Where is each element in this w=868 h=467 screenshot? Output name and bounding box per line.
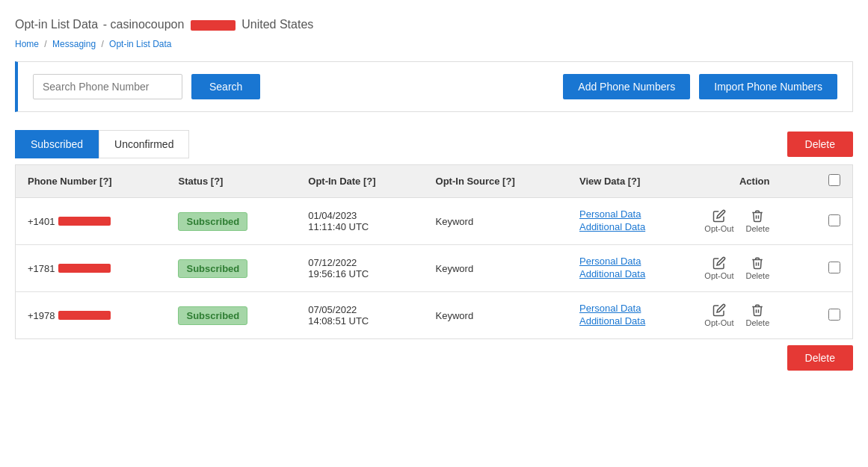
breadcrumb-messaging[interactable]: Messaging: [52, 39, 96, 49]
bottom-bar: Delete: [15, 339, 853, 374]
breadcrumb-current: Opt-in List Data: [109, 39, 171, 49]
page-title: Opt-in List Data - casinocoupon United S…: [15, 12, 313, 33]
phone-number-cell: +1781: [16, 245, 166, 292]
col-checkbox-header: [816, 165, 852, 198]
col-phone: Phone Number [?]: [16, 165, 166, 198]
view-data-cell: Personal Data Additional Data: [567, 198, 692, 245]
opt-out-button[interactable]: Opt-Out: [704, 303, 733, 327]
redacted-name: [191, 20, 236, 31]
tabs-container: Subscribed Unconfirmed: [15, 130, 189, 158]
add-phone-numbers-button[interactable]: Add Phone Numbers: [563, 74, 690, 99]
delete-icon: [751, 303, 764, 317]
delete-row-button[interactable]: Delete: [745, 209, 769, 233]
optin-date-cell: 01/04/2023 11:11:40 UTC: [296, 198, 423, 245]
view-data-cell: Personal Data Additional Data: [567, 292, 692, 339]
status-badge: Subscribed: [178, 259, 247, 278]
table-row: +1781 Subscribed 07/12/2022 19:56:16 UTC…: [16, 245, 852, 292]
delete-row-button[interactable]: Delete: [745, 303, 769, 327]
opt-out-icon: [712, 209, 726, 223]
phone-number-cell: +1401: [16, 198, 166, 245]
redacted-phone-2: [58, 264, 111, 273]
row-checkbox-cell: [816, 245, 852, 292]
row-checkbox-cell: [816, 198, 852, 245]
toolbar-panel: Search Add Phone Numbers Import Phone Nu…: [15, 61, 853, 112]
view-data-cell: Personal Data Additional Data: [567, 245, 692, 292]
delete-icon: [751, 256, 764, 270]
row-3-checkbox[interactable]: [828, 309, 840, 321]
status-cell: Subscribed: [166, 198, 296, 245]
col-action: Action: [692, 165, 816, 198]
row-2-checkbox[interactable]: [828, 262, 840, 273]
personal-data-link[interactable]: Personal Data: [579, 256, 680, 267]
search-button[interactable]: Search: [191, 74, 260, 99]
select-all-checkbox[interactable]: [828, 174, 840, 186]
table-header-row: Phone Number [?] Status [?] Opt-In Date …: [16, 165, 852, 198]
tab-unconfirmed[interactable]: Unconfirmed: [99, 130, 189, 158]
redacted-phone-3: [58, 311, 111, 320]
status-badge: Subscribed: [178, 306, 247, 325]
status-cell: Subscribed: [166, 292, 296, 339]
tabs-row: Subscribed Unconfirmed Delete: [15, 124, 853, 164]
redacted-phone-1: [58, 217, 111, 226]
table-row: +1978 Subscribed 07/05/2022 14:08:51 UTC…: [16, 292, 852, 339]
delete-bottom-button[interactable]: Delete: [787, 345, 853, 371]
row-1-checkbox[interactable]: [828, 214, 840, 226]
action-cell: Opt-Out Delete: [692, 292, 816, 339]
col-optin-source: Opt-In Source [?]: [424, 165, 567, 198]
status-cell: Subscribed: [166, 245, 296, 292]
status-badge: Subscribed: [178, 212, 247, 231]
search-input[interactable]: [33, 74, 182, 99]
optin-source-cell: Keyword: [424, 198, 567, 245]
breadcrumb: Home / Messaging / Opt-in List Data: [15, 39, 853, 49]
action-cell: Opt-Out Delete: [692, 245, 816, 292]
phone-number-cell: +1978: [16, 292, 166, 339]
opt-out-button[interactable]: Opt-Out: [704, 256, 733, 280]
delete-icon: [751, 209, 764, 223]
col-optin-date: Opt-In Date [?]: [296, 165, 423, 198]
delete-row-button[interactable]: Delete: [745, 256, 769, 280]
delete-top-button[interactable]: Delete: [787, 132, 853, 157]
optin-source-cell: Keyword: [424, 245, 567, 292]
table-row: +1401 Subscribed 01/04/2023 11:11:40 UTC…: [16, 198, 852, 245]
opt-out-button[interactable]: Opt-Out: [704, 209, 733, 233]
phone-numbers-table: Phone Number [?] Status [?] Opt-In Date …: [15, 164, 853, 339]
col-view-data: View Data [?]: [567, 165, 692, 198]
optin-source-cell: Keyword: [424, 292, 567, 339]
col-status: Status [?]: [166, 165, 296, 198]
optin-date-cell: 07/05/2022 14:08:51 UTC: [296, 292, 423, 339]
additional-data-link[interactable]: Additional Data: [579, 315, 680, 327]
tab-subscribed[interactable]: Subscribed: [15, 130, 99, 158]
additional-data-link[interactable]: Additional Data: [579, 221, 680, 232]
additional-data-link[interactable]: Additional Data: [579, 268, 680, 279]
personal-data-link[interactable]: Personal Data: [579, 208, 680, 220]
breadcrumb-home[interactable]: Home: [15, 39, 39, 49]
action-cell: Opt-Out Delete: [692, 198, 816, 245]
optin-date-cell: 07/12/2022 19:56:16 UTC: [296, 245, 423, 292]
row-checkbox-cell: [816, 292, 852, 339]
import-phone-numbers-button[interactable]: Import Phone Numbers: [699, 74, 837, 99]
personal-data-link[interactable]: Personal Data: [579, 303, 680, 314]
opt-out-icon: [712, 303, 726, 317]
opt-out-icon: [712, 256, 726, 270]
